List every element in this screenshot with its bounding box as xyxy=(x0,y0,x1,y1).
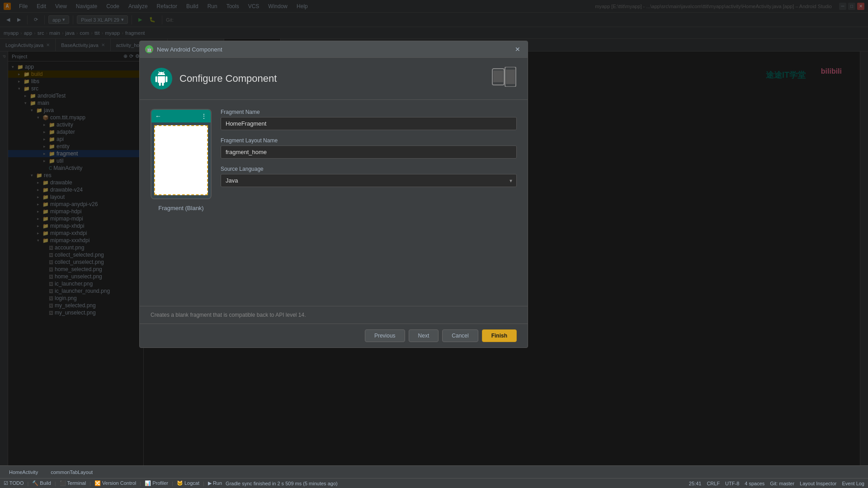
finish-button[interactable]: Finish xyxy=(482,329,517,342)
dialog-header-title: Configure Component xyxy=(179,73,277,84)
version-control-tab[interactable]: 🔀 Version Control xyxy=(94,480,136,486)
fragment-layout-label: Fragment Layout Name xyxy=(221,137,517,144)
source-language-group: Source Language Java Kotlin ▾ xyxy=(221,166,517,187)
svg-rect-3 xyxy=(506,70,515,84)
dialog-overlay: 🤖 New Android Component ✕ Configure Comp… xyxy=(0,0,868,488)
dialog-title: 🤖 New Android Component xyxy=(145,45,222,53)
next-button[interactable]: Next xyxy=(409,329,439,342)
source-language-select[interactable]: Java Kotlin xyxy=(221,174,517,187)
encoding[interactable]: UTF-8 xyxy=(725,481,739,486)
fragment-layout-input[interactable] xyxy=(221,145,517,159)
status-bar-right: 25:41 CRLF UTF-8 4 spaces Git: master La… xyxy=(689,481,864,486)
svg-rect-1 xyxy=(493,70,503,82)
devices-icon xyxy=(491,67,517,90)
dialog-title-bar: 🤖 New Android Component ✕ xyxy=(140,41,528,58)
android-icon: 🤖 xyxy=(145,45,153,53)
description-text: Creates a blank fragment that is compati… xyxy=(151,312,306,318)
cursor-position: 25:41 xyxy=(689,481,702,486)
profiler-tab[interactable]: 📊 Profiler xyxy=(145,480,168,486)
dialog-close-button[interactable]: ✕ xyxy=(513,45,522,54)
fragment-name-label: Fragment Name xyxy=(221,109,517,115)
dialog-footer: Previous Next Cancel Finish xyxy=(140,324,528,347)
layout-inspector[interactable]: Layout Inspector xyxy=(800,481,836,486)
logcat-tab[interactable]: 🐱 Logcat xyxy=(177,480,199,486)
status-message: Gradle sync finished in 2 s 509 ms (5 mi… xyxy=(226,481,338,486)
event-log[interactable]: Event Log xyxy=(842,481,864,486)
dialog-title-text: New Android Component xyxy=(157,46,222,53)
phone-mockup: ← ⋮ xyxy=(151,109,212,199)
back-arrow-icon: ← xyxy=(155,113,161,120)
dialog-body: ← ⋮ Fragment (Blank) Fragment Name Fragm… xyxy=(140,100,528,306)
bottom-tabs: HomeActivity commonTabLayout xyxy=(0,465,868,478)
status-bar: ☑ TODO | 🔨 Build | ⬛ Terminal | 🔀 Versio… xyxy=(0,478,868,488)
bottom-tab-common-tab-layout[interactable]: commonTabLayout xyxy=(45,469,98,476)
terminal-tab[interactable]: ⬛ Terminal xyxy=(60,480,86,486)
todo-tab[interactable]: ☑ TODO xyxy=(4,480,24,486)
bottom-tab-home-activity[interactable]: HomeActivity xyxy=(4,469,43,476)
dialog-header: Configure Component xyxy=(140,58,528,100)
build-tab[interactable]: 🔨 Build xyxy=(32,480,51,486)
phone-content xyxy=(154,125,208,195)
git-branch: Git: master xyxy=(770,481,794,486)
fragment-name-input[interactable] xyxy=(221,117,517,130)
run-tab[interactable]: ▶ Run xyxy=(208,480,222,486)
new-android-component-dialog: 🤖 New Android Component ✕ Configure Comp… xyxy=(139,41,528,348)
fragment-preview: ← ⋮ Fragment (Blank) xyxy=(151,109,212,297)
source-language-label: Source Language xyxy=(221,166,517,172)
menu-dots-icon: ⋮ xyxy=(201,113,207,120)
cancel-button[interactable]: Cancel xyxy=(442,329,478,342)
fragment-layout-group: Fragment Layout Name xyxy=(221,137,517,159)
phone-toolbar: ← ⋮ xyxy=(151,110,211,122)
fragment-name-group: Fragment Name xyxy=(221,109,517,130)
source-language-select-wrapper: Java Kotlin ▾ xyxy=(221,174,517,187)
line-separator[interactable]: CRLF xyxy=(707,481,720,486)
dialog-description: Creates a blank fragment that is compati… xyxy=(140,306,528,324)
indent[interactable]: 4 spaces xyxy=(745,481,764,486)
previous-button[interactable]: Previous xyxy=(365,329,405,342)
android-big-icon xyxy=(151,68,172,89)
fragment-type-label: Fragment (Blank) xyxy=(158,205,203,211)
dialog-form: Fragment Name Fragment Layout Name Sourc… xyxy=(221,109,517,297)
